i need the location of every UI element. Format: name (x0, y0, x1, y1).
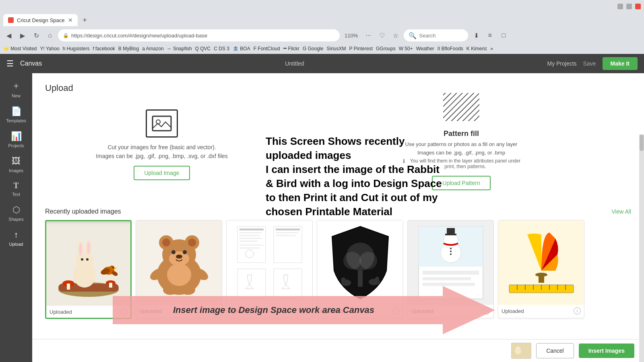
svg-rect-47 (239, 245, 264, 246)
svg-rect-46 (239, 241, 258, 242)
image-card-4[interactable]: Uploaded i (317, 220, 403, 319)
bookmark-flickr[interactable]: •• Flickr (283, 46, 299, 51)
star-button[interactable]: ☆ (390, 30, 401, 41)
save-button[interactable]: Save (583, 60, 596, 67)
cancel-button[interactable]: Cancel (536, 343, 574, 358)
svg-point-71 (450, 251, 452, 252)
upload-icon: ↑ (14, 230, 19, 240)
sidebar-item-projects[interactable]: 📊 Projects (0, 128, 32, 151)
bookmark-more[interactable]: » (490, 46, 493, 51)
svg-point-34 (183, 250, 187, 254)
image-card-5[interactable]: Uploaded i (407, 220, 494, 319)
upload-description: Cut your images for free (basic and vect… (107, 144, 216, 150)
scroll-thumb[interactable] (640, 135, 644, 151)
image-card-1[interactable]: log with rabbit & bird_maryfran Nitwit C… (45, 220, 132, 319)
image-label-6: Uploaded (502, 308, 524, 314)
svg-point-35 (176, 255, 182, 259)
info-button-6[interactable]: i (574, 307, 581, 315)
bookmark-fontcloud[interactable]: F FontCloud (254, 46, 280, 51)
refresh-button[interactable]: ↻ (31, 30, 42, 41)
sidebar-item-text[interactable]: T Text (0, 178, 32, 200)
svg-rect-44 (239, 235, 260, 236)
svg-rect-53 (276, 235, 296, 236)
more-button[interactable]: ··· (363, 30, 374, 41)
bookmark-weather[interactable]: Weather (416, 46, 434, 51)
collections-button[interactable]: ≡ (484, 30, 495, 41)
hamburger-menu[interactable]: ☰ (6, 59, 14, 68)
svg-point-63 (375, 277, 379, 281)
info-button-1[interactable]: i (120, 308, 127, 315)
image-card-6[interactable]: Uploaded i (498, 220, 584, 319)
bookmark-bflofoods[interactable]: II BfloFoods (438, 46, 463, 51)
back-button[interactable]: ◀ (3, 30, 14, 41)
bookmark-snapfish[interactable]: ↔ Snapfish (167, 46, 192, 51)
my-projects-button[interactable]: My Projects (547, 60, 576, 67)
bottom-bar: Cancel Insert Images (32, 339, 644, 362)
tab-close-icon[interactable]: ✕ (68, 17, 73, 23)
images-icon: 🖼 (12, 156, 21, 167)
bookmark-hugsisters[interactable]: h Hugsisters (63, 46, 90, 51)
sidebar-label-projects: Projects (8, 143, 24, 148)
sidebar-item-images[interactable]: 🖼 Images (0, 153, 32, 176)
view-all-link[interactable]: View All (611, 208, 631, 215)
recipe-image (227, 220, 312, 305)
favorites-button[interactable]: ♡ (376, 30, 388, 41)
bookmark-facebook[interactable]: f facebook (93, 46, 115, 51)
image-label-5: Uploaded (411, 308, 433, 314)
sidebar-label-upload: Upload (9, 242, 23, 247)
info-button-3[interactable]: i (302, 307, 309, 315)
image-card-3[interactable]: Uploaded i (226, 220, 313, 319)
upload-image-button[interactable]: Upload Image (134, 166, 190, 180)
pattern-description: Use your patterns or photos as a fill on… (405, 141, 518, 147)
scrollbar[interactable] (639, 134, 644, 362)
extensions-button[interactable]: □ (498, 30, 509, 41)
svg-point-3 (156, 120, 160, 124)
text-icon: T (13, 181, 19, 190)
sidebar-item-templates[interactable]: 📄 Templates (0, 103, 32, 126)
image-card-2[interactable]: Uploaded i (136, 220, 222, 319)
download-button[interactable]: ⬇ (471, 30, 482, 41)
bookmark-50plus[interactable]: W 50+ (399, 46, 413, 51)
search-input[interactable] (419, 33, 459, 39)
sidebar-item-shapes[interactable]: ⬡ Shapes (0, 202, 32, 225)
search-bar[interactable]: 🔍 (404, 29, 468, 41)
close-btn[interactable] (635, 4, 641, 9)
bookmark-most-visited[interactable]: ⭐ Most Visited (3, 46, 37, 51)
svg-rect-74 (423, 277, 471, 280)
forward-button[interactable]: ▶ (17, 30, 28, 41)
new-tab-button[interactable]: + (79, 14, 91, 26)
bookmark-kimeric[interactable]: K Kimeric (466, 46, 487, 51)
info-button-4[interactable]: i (392, 307, 400, 315)
bookmark-google[interactable]: G Google (303, 46, 323, 51)
minimize-btn[interactable] (617, 4, 623, 9)
sidebar-item-upload[interactable]: ↑ Upload (0, 226, 32, 250)
bookmark-pinterest[interactable]: P Pinterest (349, 46, 372, 51)
bookmark-yahoo[interactable]: Y! Yahoo (40, 46, 59, 51)
new-icon: ＋ (12, 80, 21, 92)
upload-pattern-button[interactable]: Upload Pattern (432, 176, 490, 190)
make-it-button[interactable]: Make It (603, 57, 638, 70)
tab-favicon (8, 17, 14, 23)
zoom-level[interactable]: 110% (342, 32, 360, 39)
bookmark-boa[interactable]: 🏦 BOA (233, 46, 250, 51)
image-label-3: Uploaded (230, 308, 252, 314)
bookmark-siriusxm[interactable]: SiriusXM (326, 46, 346, 51)
active-tab[interactable]: Cricut Design Space ✕ (3, 14, 78, 26)
home-button[interactable]: ⌂ (44, 30, 56, 41)
maximize-btn[interactable] (626, 4, 632, 9)
silhouette-image (317, 220, 403, 305)
tooltip-1: log with rabbit & bird_maryfran Nitwit C… (45, 220, 132, 221)
svg-point-19 (86, 258, 89, 261)
info-button-5[interactable]: i (483, 307, 490, 315)
sidebar-item-new[interactable]: ＋ New (0, 76, 32, 101)
bookmark-myblog[interactable]: B MyBlog (118, 46, 139, 51)
info-button-2[interactable]: i (211, 307, 219, 315)
svg-point-22 (112, 267, 114, 268)
bookmark-ggroups[interactable]: GGroups (376, 46, 396, 51)
bookmark-amazon[interactable]: a Amazon (142, 46, 163, 51)
insert-images-button[interactable]: Insert Images (579, 343, 634, 358)
bookmark-qvc[interactable]: Q QVC (195, 46, 211, 51)
address-bar[interactable]: 🔒 https://design.cricut.com/#/design/new… (58, 29, 340, 41)
svg-rect-9 (67, 284, 70, 290)
bookmark-ds3[interactable]: C DS 3 (214, 46, 229, 51)
